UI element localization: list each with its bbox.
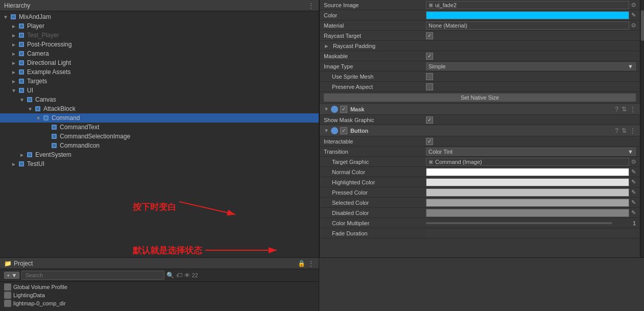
svg-rect-11 bbox=[20, 61, 23, 64]
tree-cube-icon-post-processing bbox=[17, 40, 26, 49]
selected-color-swatch[interactable] bbox=[426, 199, 629, 207]
use-sprite-mesh-checkbox[interactable] bbox=[426, 73, 433, 80]
disabled-color-pick[interactable]: ✎ bbox=[631, 209, 636, 216]
highlighted-color-value: ✎ bbox=[426, 178, 636, 186]
hierarchy-item-testui[interactable]: ► TestUI bbox=[0, 159, 319, 169]
mask-enabled-checkbox[interactable] bbox=[340, 106, 347, 113]
file-item[interactable]: LightingData bbox=[2, 291, 317, 299]
target-graphic-field[interactable]: ▣ Command (Image) bbox=[426, 158, 629, 166]
hierarchy-item-mixandjam[interactable]: ▼ MixAndJam bbox=[0, 12, 319, 21]
show-mask-graphic-checkbox[interactable] bbox=[426, 116, 433, 124]
fade-duration-value: 0.1 bbox=[426, 230, 636, 237]
set-native-size-button[interactable]: Set Native Size bbox=[324, 93, 636, 102]
maskable-checkbox[interactable] bbox=[426, 53, 433, 60]
source-image-text: ui_fade2 bbox=[435, 2, 457, 8]
highlighted-color-label: Highlighted Color bbox=[324, 179, 426, 185]
inspector-scrollbar[interactable] bbox=[640, 0, 644, 257]
normal-color-pick[interactable]: ✎ bbox=[631, 169, 636, 175]
svg-rect-7 bbox=[20, 43, 23, 46]
tree-arrow-mixandjam: ▼ bbox=[2, 14, 9, 20]
svg-rect-29 bbox=[53, 144, 56, 147]
show-mask-graphic-label: Show Mask Graphic bbox=[324, 117, 426, 123]
source-image-label: Source Image bbox=[324, 2, 426, 8]
hierarchy-menu-icon[interactable]: ⋮ bbox=[307, 2, 315, 10]
filter-icon[interactable]: 🏷 bbox=[176, 272, 182, 279]
hierarchy-item-commandselectionimage[interactable]: CommandSelectionImage bbox=[0, 132, 319, 141]
mask-menu-icon[interactable]: ⋮ bbox=[630, 106, 636, 113]
button-enabled-checkbox[interactable] bbox=[340, 127, 347, 134]
mask-settings-icon[interactable]: ⇅ bbox=[622, 106, 627, 113]
button-menu-icon[interactable]: ⋮ bbox=[630, 127, 636, 134]
selected-color-value: ✎ bbox=[426, 199, 636, 207]
source-image-row: Source Image ▣ ui_fade2 ⊙ bbox=[320, 0, 640, 10]
hierarchy-item-attackblock[interactable]: ▼ AttackBlock bbox=[0, 104, 319, 113]
button-settings-icon[interactable]: ⇅ bbox=[622, 127, 627, 134]
color-pick-icon[interactable]: ✎ bbox=[631, 12, 636, 18]
source-image-pick[interactable]: ⊙ bbox=[631, 2, 636, 8]
interactable-checkbox[interactable] bbox=[426, 138, 433, 145]
hierarchy-item-commandtext[interactable]: CommandText bbox=[0, 123, 319, 132]
tree-label-command: Command bbox=[52, 114, 80, 122]
normal-color-value: ✎ bbox=[426, 168, 636, 176]
image-type-row: Image Type Simple ▼ bbox=[320, 61, 640, 71]
file-item[interactable]: lightmap-0_comp_dir bbox=[2, 299, 317, 307]
hierarchy-item-test_player[interactable]: ► Test_Player bbox=[0, 31, 319, 40]
svg-rect-21 bbox=[36, 107, 39, 110]
project-lock-icon[interactable]: 🔒 bbox=[298, 260, 305, 267]
tree-label-commandicon: CommandIcon bbox=[60, 142, 100, 149]
source-image-value: ▣ ui_fade2 ⊙ bbox=[426, 1, 636, 9]
preserve-aspect-checkbox[interactable] bbox=[426, 83, 433, 90]
hierarchy-item-example-assets[interactable]: ► Example Assets bbox=[0, 67, 319, 77]
target-graphic-pick[interactable]: ⊙ bbox=[631, 158, 636, 165]
fade-duration-input[interactable]: 0.1 bbox=[426, 230, 636, 237]
material-text: None (Material) bbox=[428, 22, 467, 29]
raycast-target-checkbox[interactable] bbox=[426, 32, 433, 39]
add-button[interactable]: + ▼ bbox=[4, 272, 19, 279]
material-field[interactable]: None (Material) bbox=[426, 21, 629, 30]
pressed-color-swatch[interactable] bbox=[426, 188, 629, 197]
hierarchy-item-directional-light[interactable]: ► Directional Light bbox=[0, 58, 319, 67]
color-swatch[interactable] bbox=[426, 11, 629, 19]
hierarchy-item-targets[interactable]: ► Targets bbox=[0, 77, 319, 86]
hierarchy-item-canvas[interactable]: ▼ Canvas bbox=[0, 95, 319, 104]
color-row: Color ✎ bbox=[320, 10, 640, 20]
hierarchy-item-command[interactable]: ▼ Command bbox=[0, 113, 319, 123]
project-menu-icon[interactable]: ⋮ bbox=[307, 259, 315, 268]
search-input[interactable] bbox=[21, 271, 164, 280]
raycast-target-label: Raycast Target bbox=[324, 33, 426, 39]
button-expand-arrow[interactable]: ▼ bbox=[324, 128, 329, 133]
svg-rect-13 bbox=[20, 70, 23, 74]
source-image-field[interactable]: ▣ ui_fade2 bbox=[426, 1, 629, 9]
pressed-color-pick[interactable]: ✎ bbox=[631, 189, 636, 196]
target-graphic-label: Target Graphic bbox=[324, 159, 426, 165]
mask-help-icon[interactable]: ? bbox=[615, 106, 618, 113]
transition-dropdown[interactable]: Color Tint ▼ bbox=[426, 148, 636, 156]
highlighted-color-pick[interactable]: ✎ bbox=[631, 179, 636, 185]
button-help-icon[interactable]: ? bbox=[615, 127, 618, 134]
color-multiplier-slider[interactable] bbox=[426, 222, 612, 224]
selected-color-pick[interactable]: ✎ bbox=[631, 199, 636, 206]
file-icon bbox=[4, 292, 11, 299]
mask-expand-arrow[interactable]: ▼ bbox=[324, 106, 329, 112]
tree-cube-icon-canvas bbox=[26, 95, 34, 104]
tree-label-directional-light: Directional Light bbox=[27, 59, 71, 66]
svg-rect-1 bbox=[12, 15, 15, 18]
hierarchy-item-ui[interactable]: ▼ UI bbox=[0, 86, 319, 95]
file-item[interactable]: Global Volume Profile bbox=[2, 283, 317, 291]
svg-rect-25 bbox=[53, 126, 56, 129]
highlighted-color-swatch[interactable] bbox=[426, 178, 629, 186]
disabled-color-swatch[interactable] bbox=[426, 209, 629, 217]
hierarchy-item-player[interactable]: ► Player bbox=[0, 21, 319, 31]
tree-cube-icon-ui bbox=[17, 86, 26, 94]
disabled-color-value: ✎ bbox=[426, 209, 636, 217]
normal-color-swatch[interactable] bbox=[426, 168, 629, 176]
hierarchy-item-post-processing[interactable]: ► Post-Processing bbox=[0, 40, 319, 49]
hierarchy-item-eventsystem[interactable]: ► EventSystem bbox=[0, 150, 319, 159]
maskable-label: Maskable bbox=[324, 53, 426, 59]
tree-arrow-command: ▼ bbox=[35, 115, 42, 121]
tree-label-testui: TestUI bbox=[27, 160, 44, 168]
material-pick[interactable]: ⊙ bbox=[631, 22, 636, 29]
hierarchy-item-commandicon[interactable]: CommandIcon bbox=[0, 141, 319, 150]
hierarchy-item-camera[interactable]: ► Camera bbox=[0, 49, 319, 58]
image-type-dropdown[interactable]: Simple ▼ bbox=[426, 62, 636, 70]
